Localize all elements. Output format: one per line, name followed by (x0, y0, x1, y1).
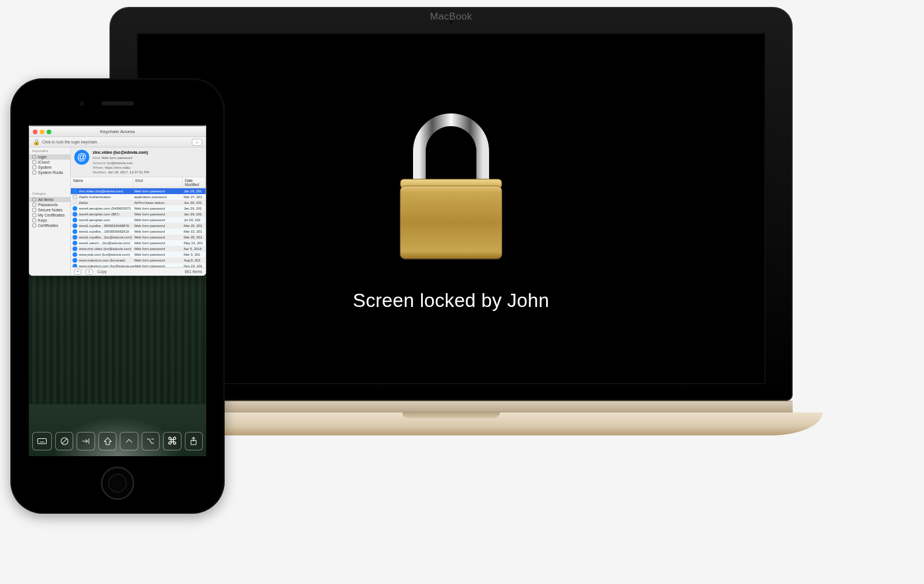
home-button[interactable] (101, 467, 134, 500)
table-row[interactable]: www1.royalba…(luc@edovia.com)Web form pa… (71, 234, 206, 240)
row-name: www4.aeroplan.com (887) (79, 213, 134, 216)
row-date: Mar 27, 201 (184, 195, 206, 199)
row-name: www1.royalba…(luc@edovia.com) (79, 236, 134, 239)
iphone-speaker (101, 101, 134, 105)
row-kind: Web form password (134, 247, 184, 251)
info-button[interactable]: i (86, 269, 93, 275)
sidebar-category-secure-notes[interactable]: Secure Notes (29, 207, 70, 213)
row-icon (73, 212, 77, 217)
table-row[interactable]: ZeldaAirPort base station…Jun 26, 201 (71, 200, 206, 206)
table-row[interactable]: www4.aeroplan.com (540981507)Web form pa… (71, 206, 206, 211)
row-name: www1.royalba…9036529468876 (79, 224, 134, 227)
table-row[interactable]: www.videotron.com (luc@edovia.com)Web fo… (71, 263, 206, 267)
row-kind: Web form password (134, 259, 184, 262)
sidebar-category-keys[interactable]: Keys (29, 218, 70, 223)
keyboard-icon[interactable] (32, 432, 52, 450)
sidebar-category-all[interactable]: All Items (29, 197, 70, 202)
sidebar-category-certificates[interactable]: Certificates (29, 223, 70, 228)
table-header[interactable]: Name Kind Date Modified (71, 177, 206, 188)
svg-rect-3 (38, 439, 47, 444)
option-icon[interactable] (142, 432, 160, 450)
sidebar-keychain-system-roots[interactable]: System Roots (29, 170, 70, 175)
col-date[interactable]: Date Modified (183, 177, 206, 188)
table-row[interactable]: www.yelp.com (luc@edovia.com)Web form pa… (71, 252, 206, 257)
row-kind: Web form password (134, 253, 184, 256)
window-titlebar[interactable]: Keychain Access (29, 127, 206, 137)
table-row[interactable]: www1.royalba…9036529468876Web form passw… (71, 223, 206, 229)
table-row[interactable]: www3.aeroplan.comWeb form passwordJul 20… (71, 217, 206, 223)
row-name: www1.saturn…(luc@edovia.com) (79, 241, 134, 245)
iphone-screen: Keychain Access File Edit View Window He… (29, 126, 206, 456)
row-kind: Web form password (134, 224, 184, 227)
sidebar-keychains-header: Keychains (29, 147, 70, 154)
col-name[interactable]: Name (71, 177, 133, 188)
iphone-sensor (79, 101, 84, 106)
add-button[interactable]: + (74, 269, 81, 275)
control-icon[interactable] (120, 432, 138, 450)
row-date: Mar 15, 201 (184, 230, 206, 233)
detail-modified: Jan 18, 2017, 12:37:51 PM (108, 170, 149, 174)
iphone: Keychain Access File Edit View Window He… (10, 78, 225, 514)
row-name: www.yelp.com (luc@edovia.com) (79, 253, 134, 256)
sidebar-category-header: Category (29, 190, 70, 197)
tab-icon[interactable] (77, 432, 94, 450)
table-row[interactable]: www1.royalba…1903006982510Web form passw… (71, 229, 206, 234)
table-row[interactable]: www.zinc.video (luc@edovia.com)Web form … (71, 246, 206, 252)
window-title: Keychain Access (29, 129, 206, 134)
row-icon (73, 247, 77, 251)
detail-account: luc@edovia.com (107, 161, 132, 165)
row-date: Mar 25, 201 (184, 236, 206, 239)
row-icon (73, 258, 77, 263)
lock-keychain-icon[interactable]: 🔒 (33, 139, 40, 145)
shift-icon[interactable] (99, 432, 116, 450)
sidebar-category-passwords[interactable]: Passwords (29, 202, 70, 207)
search-field[interactable]: ⌕ (192, 139, 202, 146)
sidebar-keychain-login[interactable]: login (29, 154, 70, 160)
table-row[interactable]: www1.saturn…(luc@edovia.com)Web form pas… (71, 240, 206, 246)
sidebar-keychain-system[interactable]: System (29, 165, 70, 170)
row-date: Jan 29, 201 (184, 207, 206, 210)
row-name: www.zinc.video (luc@edovia.com) (79, 247, 134, 251)
macbook-display: Screen locked by John (137, 33, 766, 384)
category-icon (32, 223, 36, 227)
item-count: 861 items (185, 270, 202, 274)
at-icon: @ (74, 150, 89, 165)
sidebar: Keychains login iCloud System System Roo… (29, 147, 71, 275)
table-row[interactable]: www.videotron.com (lurvanek)Web form pas… (71, 257, 206, 263)
row-kind: Web form password (134, 236, 184, 239)
row-name: Zelda (79, 201, 134, 204)
row-icon (73, 200, 77, 205)
row-date: Apr 5, 2016 (184, 247, 206, 251)
category-icon (32, 198, 36, 202)
keychain-icon (32, 155, 36, 159)
detail-title: zinc.video (luc@edovia.com) (93, 150, 149, 155)
status-bar: + i Copy 861 items (71, 267, 206, 275)
row-date: Jan 29, 201 (184, 213, 206, 216)
row-kind: Web form password (134, 230, 184, 233)
lock-message: Screen locked by John (353, 290, 550, 312)
detail-where: https://zinc.video (105, 166, 131, 169)
row-icon (73, 195, 77, 199)
row-date: Jan 18, 201 (184, 189, 206, 193)
row-kind: application password (134, 195, 184, 199)
row-kind: Web form password (134, 189, 184, 193)
share-icon[interactable] (185, 432, 203, 450)
macbook-logo: MacBook (430, 11, 472, 22)
table-body[interactable]: zinc.video (luc@edovia.com)Web form pass… (71, 188, 206, 267)
sidebar-keychain-icloud[interactable]: iCloud (29, 160, 70, 165)
row-date: Mar 3, 201 (184, 253, 206, 256)
phone-toolbar: ⌘ (32, 432, 203, 450)
table-row[interactable]: Zeplin Authenticationapplication passwor… (71, 194, 206, 200)
col-kind[interactable]: Kind (133, 177, 183, 188)
table-row[interactable]: zinc.video (luc@edovia.com)Web form pass… (71, 188, 206, 194)
copy-button[interactable]: Copy (97, 270, 107, 274)
forbid-icon[interactable] (55, 432, 73, 450)
command-icon[interactable]: ⌘ (163, 432, 181, 450)
svg-rect-1 (400, 186, 502, 259)
row-name: zinc.video (luc@edovia.com) (79, 189, 134, 193)
sidebar-category-my-certificates[interactable]: My Certificates (29, 213, 70, 218)
row-icon (73, 223, 77, 228)
keychain-icon (32, 160, 36, 164)
table-row[interactable]: www4.aeroplan.com (887)Web form password… (71, 211, 206, 217)
lock-icon (388, 105, 514, 267)
